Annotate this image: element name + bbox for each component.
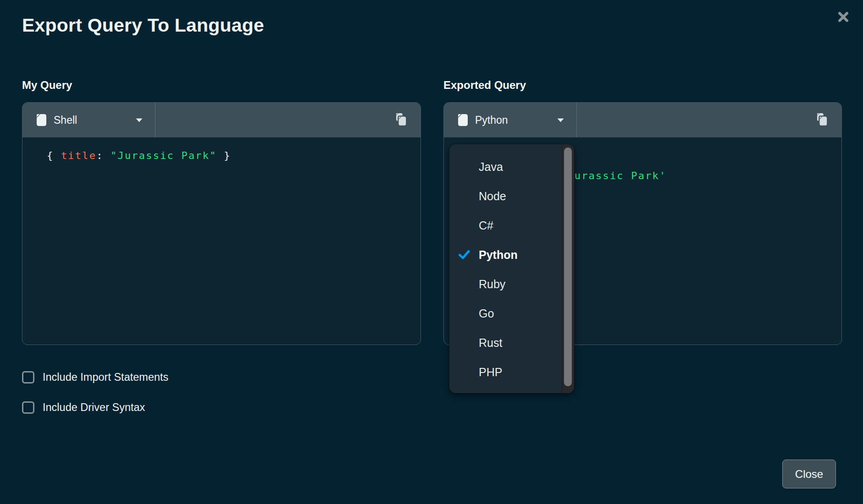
- copy-icon: [815, 113, 829, 127]
- my-query-panel-header: Shell: [22, 103, 420, 138]
- code-line: { title: "Jurassic Park" }: [47, 146, 420, 166]
- copy-my-query-button[interactable]: [393, 112, 409, 128]
- option-row[interactable]: Include Driver Syntax: [22, 400, 145, 414]
- copy-exported-query-button[interactable]: [814, 112, 830, 128]
- language-menu-item[interactable]: PHP: [449, 357, 574, 387]
- dialog-title: Export Query To Language: [22, 15, 264, 36]
- exported-query-label: Exported Query: [443, 79, 526, 92]
- my-query-panel: Shell { title: "Jurassic Park" }: [22, 102, 421, 345]
- copy-icon: [394, 113, 408, 127]
- language-menu-item[interactable]: Ruby: [449, 269, 574, 299]
- language-menu: Java Node C# Python Ruby: [449, 144, 574, 393]
- language-menu-item-label: Node: [479, 190, 506, 203]
- language-menu-item[interactable]: Go: [449, 299, 574, 328]
- option-label: Include Driver Syntax: [43, 401, 145, 414]
- language-menu-item[interactable]: Java: [449, 152, 574, 181]
- checkbox-icon[interactable]: [22, 371, 34, 383]
- chevron-down-icon: [557, 118, 564, 123]
- file-icon: [37, 114, 46, 126]
- my-query-label: My Query: [22, 79, 72, 92]
- chevron-down-icon: [135, 118, 143, 123]
- my-query-language-select[interactable]: Shell: [22, 103, 155, 137]
- check-icon: [459, 250, 471, 259]
- menu-scrollbar-thumb[interactable]: [564, 148, 572, 386]
- language-menu-item[interactable]: Rust: [449, 328, 574, 357]
- option-row[interactable]: Include Import Statements: [22, 370, 168, 384]
- option-label: Include Import Statements: [43, 371, 168, 383]
- language-menu-items: Java Node C# Python Ruby: [449, 152, 574, 387]
- language-menu-item[interactable]: Node: [449, 181, 574, 211]
- language-menu-item-label: PHP: [479, 366, 502, 379]
- close-dialog-button[interactable]: [835, 9, 851, 25]
- exported-query-panel-header: Python: [444, 103, 841, 138]
- close-button[interactable]: Close: [782, 460, 836, 488]
- language-menu-item[interactable]: C#: [449, 211, 574, 240]
- language-menu-item-label: Rust: [479, 336, 502, 350]
- language-menu-item-label: Java: [479, 160, 503, 174]
- file-icon: [458, 114, 468, 126]
- exported-query-language-value: Python: [475, 114, 508, 126]
- language-menu-item-label: Python: [479, 248, 518, 262]
- language-menu-item-label: C#: [479, 219, 493, 232]
- my-query-language-value: Shell: [54, 114, 77, 126]
- menu-scrollbar-track[interactable]: [562, 144, 574, 393]
- language-menu-item-label: Ruby: [479, 278, 505, 291]
- checkbox-icon[interactable]: [22, 401, 34, 414]
- exported-query-language-select[interactable]: Python: [444, 103, 577, 137]
- language-menu-item[interactable]: Python: [449, 240, 574, 269]
- x-icon: [837, 11, 850, 23]
- my-query-code[interactable]: { title: "Jurassic Park" }: [22, 138, 420, 166]
- language-menu-item-label: Go: [479, 307, 494, 320]
